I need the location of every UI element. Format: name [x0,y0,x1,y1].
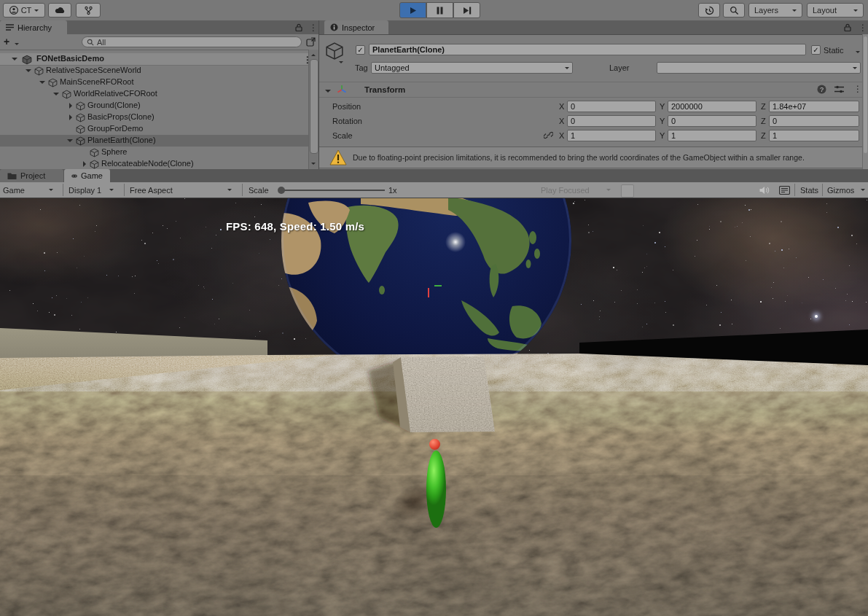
display-dropdown[interactable]: Display 1 [69,182,114,198]
static-dropdown-arrow[interactable] [856,51,860,55]
expand-arrow-icon[interactable] [69,114,75,120]
position-z-field[interactable]: 1.84e+07 [769,101,859,112]
link-constrain-icon[interactable] [544,131,553,139]
scroll-up-icon[interactable] [311,52,316,56]
tab-game[interactable]: Game [64,169,110,182]
aspect-dropdown[interactable]: Free Aspect [130,182,232,198]
layer-dropdown[interactable] [657,62,861,74]
hierarchy-item[interactable]: Sphere [0,147,309,158]
create-dropdown-arrow-icon[interactable] [15,43,19,47]
help-icon[interactable]: ? [817,85,826,94]
game-view-dropdown[interactable]: Game [3,182,53,198]
hierarchy-search-field[interactable]: All [82,36,302,47]
icon-picker-arrow[interactable] [339,61,343,66]
hierarchy-menu-kebab[interactable]: ⋮ [309,23,318,33]
hierarchy-item[interactable]: MainSceneRFORoot [0,77,309,88]
mute-audio-icon[interactable] [759,186,770,195]
hierarchy-item[interactable]: WorldRelativeCFORoot [0,88,309,100]
step-button[interactable] [453,2,480,18]
hierarchy-item-label: Sphere [101,147,127,156]
scene-icon [22,55,32,65]
gameobject-cube-icon[interactable] [325,42,344,61]
position-y-field[interactable]: 2000000 [668,101,756,112]
cloud-button[interactable] [48,3,71,17]
hierarchy-scrollbar[interactable] [308,50,318,169]
undo-history-button[interactable] [698,3,720,17]
rotation-z-field[interactable]: 0 [769,115,859,127]
scale-text: Scale [249,186,269,195]
rotation-y-field[interactable]: 0 [668,115,756,127]
gameobject-icon [76,113,85,122]
version-control-button[interactable] [76,3,101,17]
active-checkbox[interactable]: ✓ [356,45,365,55]
presets-icon[interactable] [834,85,844,93]
account-button[interactable]: CT [3,3,45,17]
scene-picker-icon[interactable] [306,37,316,47]
play-button[interactable] [399,2,426,18]
scrollbar-thumb[interactable] [310,59,318,154]
scrollbar-thumb[interactable] [864,36,867,153]
scale-z-value: 1 [773,131,777,140]
floating-point-warning: Due to floating-point precision limitati… [319,147,868,168]
gameobject-name: PlanetEarth(Clone) [372,45,445,54]
hierarchy-item[interactable]: BasicProps(Clone) [0,112,309,123]
rotation-y-value: 0 [671,117,676,125]
hierarchy-item-label: FONetBasicDemo [36,54,104,63]
expand-arrow-icon[interactable] [67,139,73,145]
lock-icon[interactable] [844,23,851,31]
expand-arrow-icon[interactable] [12,58,17,63]
tab-project[interactable]: Project [0,169,63,182]
gameobject-icon [34,66,44,76]
tab-inspector-label: Inspector [342,23,375,32]
chevron-down-icon [606,189,611,193]
inspector-scrollbar[interactable] [862,34,868,169]
scroll-down-icon[interactable] [311,163,316,167]
transform-component-header[interactable]: Transform ? ⋮ [319,82,868,98]
gameobject-name-field[interactable]: PlanetEarth(Clone) [369,44,806,55]
rotation-x-field[interactable]: 0 [567,115,656,127]
capture-toolbar-button[interactable] [621,184,634,198]
hierarchy-item[interactable]: GroupForDemo [0,123,309,135]
play-focused-dropdown[interactable]: Play Focused [541,182,611,198]
expand-arrow-icon[interactable] [39,81,45,87]
layers-dropdown[interactable]: Layers [748,3,802,17]
expand-arrow-icon[interactable] [26,69,31,75]
lock-icon[interactable] [295,23,302,31]
tab-hierarchy[interactable]: Hierarchy [0,20,67,34]
stats-button[interactable]: Stats [800,182,818,198]
component-kebab[interactable]: ⋮ [853,84,862,94]
checkmark-icon: ✓ [357,46,363,54]
gamepad-icon [71,173,77,179]
scale-slider-handle[interactable] [278,187,285,194]
expand-arrow-icon[interactable] [325,90,331,95]
scale-slider-track[interactable] [278,190,385,191]
static-checkbox[interactable]: ✓ [811,45,821,55]
expand-arrow-icon[interactable] [53,93,59,98]
create-object-button[interactable]: + [4,36,9,47]
tab-hierarchy-label: Hierarchy [17,23,52,32]
position-x-field[interactable]: 0 [567,101,656,112]
display-grid-icon[interactable] [779,186,790,195]
layout-label: Layout [813,6,837,15]
axis-x-label: X [559,102,564,111]
game-viewport[interactable]: FPS: 648, Speed: 1.50 m/s [0,198,868,616]
history-icon [705,6,714,15]
inspector-menu-kebab[interactable]: ⋮ [859,23,867,33]
hierarchy-item-selected[interactable]: PlanetEarth(Clone) [0,135,309,147]
tab-inspector[interactable]: Inspector [324,20,388,34]
scale-y-field[interactable]: 1 [668,130,756,141]
gizmos-dropdown[interactable]: Gizmos [827,182,865,198]
scale-x-field[interactable]: 1 [567,130,656,141]
hierarchy-item[interactable]: RelativeSpaceSceneWorld [0,65,309,77]
layout-dropdown[interactable]: Layout [807,3,864,17]
hierarchy-item-scene[interactable]: FONetBasicDemo ⋮ [0,53,318,66]
hierarchy-item[interactable]: Ground(Clone) [0,100,309,112]
expand-arrow-icon[interactable] [83,161,89,167]
left-wall-slab [0,328,267,359]
hierarchy-item[interactable]: RelocateableNode(Clone) [0,158,309,169]
scale-z-field[interactable]: 1 [769,130,859,141]
tag-dropdown[interactable]: Untagged [371,62,573,74]
expand-arrow-icon[interactable] [69,103,75,109]
search-button[interactable] [723,3,745,17]
pause-button[interactable] [426,2,453,18]
